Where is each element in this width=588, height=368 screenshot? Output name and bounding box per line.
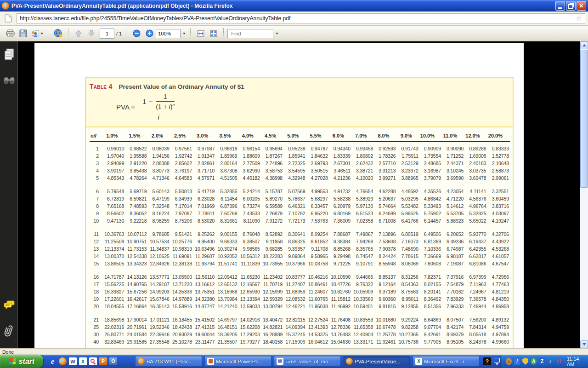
next-page-button[interactable]: [85, 28, 97, 40]
comments-panel-icon[interactable]: [3, 298, 15, 312]
pva-value: 12.46221: [283, 303, 306, 310]
zoom-out-button[interactable]: [130, 28, 142, 40]
pva-value: 14.02916: [238, 316, 261, 323]
restore-button[interactable]: [566, 1, 576, 11]
zoom-in-button[interactable]: [143, 28, 155, 40]
pages-panel-icon[interactable]: [3, 48, 15, 62]
find-caret[interactable]: [273, 29, 280, 38]
attachments-paperclip-icon[interactable]: [3, 324, 15, 338]
pva-value: 5.41719: [193, 188, 215, 195]
pva-value: 10.59401: [351, 303, 374, 310]
pva-value: 4.71346: [148, 174, 170, 182]
fit-page-button[interactable]: [208, 28, 220, 40]
find-field[interactable]: [227, 29, 273, 38]
row-number: 11: [90, 230, 102, 238]
firefox-icon: [2, 2, 9, 10]
row-number: 9: [90, 210, 102, 217]
pva-value: 11.65230: [238, 273, 261, 281]
pva-value: 6.23028: [193, 195, 215, 202]
column-header: 2.0%: [148, 133, 170, 142]
minimize-button[interactable]: [555, 1, 565, 11]
pva-value: 6.33457: [306, 202, 328, 210]
table-row: 76.728196.598216.471996.349396.230286.11…: [90, 195, 510, 202]
excel-icon[interactable]: X: [79, 357, 87, 365]
pva-value: 5.68297: [306, 195, 328, 202]
row-number: 20: [90, 303, 102, 310]
page-icon[interactable]: [3, 13, 14, 24]
print-button[interactable]: [4, 28, 16, 40]
bookmark-star-icon[interactable]: ☆: [576, 14, 582, 23]
pva-value: 0.93458: [351, 142, 374, 152]
pva-value: 19.60044: [193, 331, 215, 338]
taskbar-button[interactable]: BA 213 W11 (Pasc...: [135, 356, 202, 367]
url-input[interactable]: http://classes.lanecc.edu/file.php/24555…: [17, 13, 585, 23]
outlook-icon[interactable]: O: [109, 357, 117, 365]
save-button[interactable]: [17, 28, 29, 40]
novell-icon[interactable]: N: [556, 358, 562, 365]
pva-value: 12.65930: [238, 288, 261, 295]
firefox-icon[interactable]: [59, 357, 67, 365]
face-icon[interactable]: ☺: [506, 358, 512, 365]
scroll-down-button[interactable]: [580, 340, 588, 348]
taskbar-button[interactable]: Time_value_of_mo...: [274, 356, 341, 367]
pva-value: 13.57771: [148, 273, 170, 281]
blue-tool-icon[interactable]: /: [514, 358, 520, 365]
page-number-input[interactable]: [100, 29, 114, 39]
taskbar-clock: 11:14 AM: [567, 356, 585, 367]
pva-value: 0.94787: [306, 142, 328, 152]
close-button[interactable]: [577, 1, 586, 11]
pva-value: 32.83469: [102, 338, 125, 345]
pva-value: 2.82861: [193, 160, 215, 167]
taskbar-button[interactable]: PVA-PresentValue...: [343, 356, 410, 367]
zoom-level-select[interactable]: 100%: [156, 29, 181, 38]
help-icon[interactable]: ?: [483, 357, 491, 365]
find-input[interactable]: [230, 30, 271, 37]
pva-value: 7.48593: [125, 202, 147, 210]
group-spacer: [90, 224, 510, 230]
vertical-scrollbar[interactable]: [580, 41, 588, 348]
fit-width-button[interactable]: [195, 28, 207, 40]
pva-value: 10.37966: [283, 260, 306, 267]
table-row: 1110.3676310.071129.786859.514219.252629…: [90, 230, 510, 238]
taskbar-button[interactable]: Microsoft PowerPo...: [204, 356, 271, 367]
toolbar-separator: [68, 28, 69, 39]
show-desktop-icon[interactable]: [494, 358, 500, 365]
start-button[interactable]: start: [0, 355, 43, 368]
zoom-level-caret[interactable]: [181, 29, 187, 38]
security-shield-icon[interactable]: [522, 358, 528, 365]
z-icon[interactable]: Z: [539, 358, 545, 365]
pva-value: 14.82821: [261, 323, 283, 331]
word-icon[interactable]: W: [69, 357, 77, 365]
window-title: PVA-PresentValueOrdinaryAnnuityTable.pdf…: [11, 3, 555, 9]
pva-value: 9.77905: [419, 338, 442, 345]
taskbar-button[interactable]: Microsoft Excel - r...: [413, 356, 480, 367]
powerpoint-icon[interactable]: P: [99, 357, 107, 365]
pva-value: 2.57710: [374, 160, 396, 167]
pva-value: 0.96154: [238, 142, 261, 152]
binoculars-search-icon[interactable]: [3, 74, 15, 87]
pva-value: 6.20979: [329, 202, 351, 210]
upload-globe-button[interactable]: [52, 28, 64, 40]
pva-value: 9.95400: [193, 238, 215, 245]
column-header-n: n/I: [90, 133, 102, 142]
pva-value: 0.94340: [329, 142, 351, 152]
volume-icon[interactable]: ♪: [548, 358, 554, 365]
pva-value: 8.35765: [351, 245, 374, 253]
previous-page-button[interactable]: [73, 28, 85, 40]
quick-launch: eWXPO: [49, 357, 119, 365]
green-orb-icon[interactable]: A: [531, 358, 537, 365]
pva-value: 8.31256: [396, 273, 419, 281]
access-key-icon[interactable]: [89, 357, 97, 365]
pva-value: 7.90378: [374, 245, 396, 253]
firefox-icon: [138, 358, 145, 365]
toolbar-separator: [190, 28, 191, 39]
pva-value: 4.76654: [351, 188, 374, 195]
internet-explorer-icon[interactable]: e: [49, 357, 57, 365]
pva-value: 13.34323: [125, 260, 147, 267]
pva-value: 5.38929: [351, 195, 374, 202]
scroll-up-button[interactable]: [580, 41, 588, 49]
collaborate-button[interactable]: [30, 28, 44, 40]
table-row: 2018.0455517.1686416.3514315.5891614.877…: [90, 303, 510, 310]
pva-value: 14.99203: [148, 288, 170, 295]
scrollbar-thumb[interactable]: [580, 50, 588, 188]
